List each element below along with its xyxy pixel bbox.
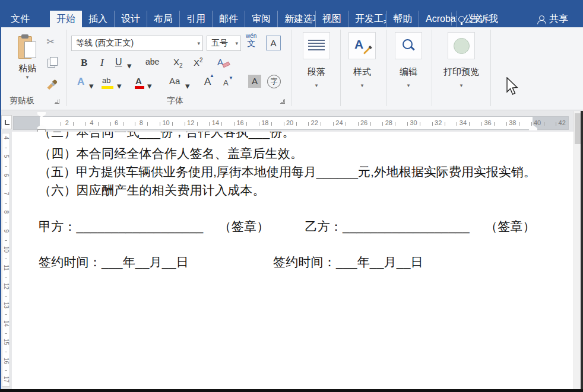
font-size-combo[interactable]: 五号 ▾ xyxy=(207,36,241,51)
print-preview-dropdown-arrow[interactable]: ▾ xyxy=(435,82,488,88)
tab-new-options[interactable]: 新建选项 xyxy=(277,11,315,27)
styles-icon-box[interactable]: A xyxy=(348,32,376,59)
h-ruler-tick xyxy=(544,122,544,126)
highlight-dropdown-arrow[interactable]: ▾ xyxy=(117,81,122,91)
copy-button[interactable] xyxy=(47,57,58,68)
vertical-scrollbar[interactable] xyxy=(574,111,581,389)
h-ruler-number: 10 xyxy=(160,119,172,126)
enclose-characters-button[interactable]: 字 xyxy=(267,75,281,88)
v-ruler-number: 16 xyxy=(3,355,9,366)
h-ruler-number: 30 xyxy=(408,119,420,126)
text-effects-dropdown-arrow[interactable]: ▾ xyxy=(89,81,94,91)
superscript-button[interactable]: X2 xyxy=(194,57,203,68)
h-ruler-tick xyxy=(481,122,482,126)
h-ruler-tick xyxy=(568,122,569,126)
font-name-value: 等线 (西文正文) xyxy=(76,38,134,49)
bold-button[interactable]: B xyxy=(81,57,87,69)
print-preview-group-button[interactable]: 打印预览▾ xyxy=(435,32,488,88)
font-size-dropdown-arrow[interactable]: ▾ xyxy=(235,40,238,46)
tab-design[interactable]: 设计 xyxy=(114,11,147,27)
cut-button[interactable]: ✂ xyxy=(46,36,55,48)
styles-label: 样式 xyxy=(343,66,382,78)
h-ruler-tick xyxy=(147,122,148,126)
subscript-button[interactable]: X2 xyxy=(173,57,183,69)
h-ruler-tick xyxy=(271,122,272,126)
editing-group-button[interactable]: 编辑▾ xyxy=(389,32,428,88)
h-ruler-number: 18 xyxy=(259,119,271,126)
h-ruler-tick xyxy=(346,122,346,126)
h-ruler-tick xyxy=(85,122,86,126)
tab-review[interactable]: 审阅 xyxy=(245,11,277,27)
character-border-button[interactable]: A xyxy=(266,36,281,50)
styles-group-button[interactable]: A样式▾ xyxy=(343,32,382,88)
h-ruler-tick xyxy=(556,122,556,126)
editing-dropdown-arrow[interactable]: ▾ xyxy=(389,82,428,88)
scrollbar-thumb[interactable] xyxy=(575,113,581,144)
font-color-button[interactable]: A xyxy=(135,76,142,86)
window-border-left xyxy=(0,27,1,389)
share-button[interactable]: 共享 xyxy=(537,11,568,27)
h-ruler-tick xyxy=(160,122,160,126)
tab-developer[interactable]: 开发工具 xyxy=(348,11,386,27)
tab-selector-button[interactable] xyxy=(1,115,12,129)
text-effects-button[interactable]: A xyxy=(77,76,84,88)
h-ruler-tick xyxy=(358,122,359,126)
styles-dropdown-arrow[interactable]: ▾ xyxy=(343,82,382,88)
h-ruler-tick xyxy=(296,122,297,126)
tab-insert[interactable]: 插入 xyxy=(82,11,114,27)
font-dialog-launcher[interactable] xyxy=(280,99,286,105)
date-row-left: 签约时间：___年__月__日 xyxy=(39,254,189,270)
h-ruler-tick xyxy=(221,122,222,126)
green-circle-icon xyxy=(454,38,470,54)
change-case-dropdown-arrow[interactable]: ▾ xyxy=(185,81,190,91)
tab-file[interactable]: 文件 xyxy=(2,11,38,27)
paragraph-icon-box[interactable] xyxy=(303,32,330,59)
clear-formatting-button[interactable]: A xyxy=(217,57,223,67)
h-ruler[interactable]: 24681012141618202224262830323436384042 xyxy=(13,116,569,130)
v-ruler-number: 12 xyxy=(3,281,9,292)
v-ruler-number: 7 xyxy=(3,187,9,199)
document-page[interactable]: （三）本合同一式___份，合作人各执___份。 （四）本合同经全体合作人签名、盖… xyxy=(12,132,574,389)
underline-dropdown-arrow[interactable]: ▾ xyxy=(127,60,132,71)
font-color-dropdown-arrow[interactable]: ▾ xyxy=(147,81,152,91)
paste-button[interactable]: 粘贴 ▾ xyxy=(13,34,42,96)
v-ruler: 4567891011121314151617 xyxy=(0,133,12,387)
clipboard-dialog-launcher[interactable] xyxy=(55,99,61,105)
phonetic-guide-button[interactable]: wén 文 xyxy=(246,33,256,47)
strikethrough-button[interactable]: abe xyxy=(145,57,159,66)
highlight-color-button[interactable]: ab xyxy=(102,76,110,85)
h-ruler-number: 36 xyxy=(482,119,494,126)
font-name-dropdown-arrow[interactable]: ▾ xyxy=(197,40,200,46)
h-ruler-number: 12 xyxy=(185,119,197,126)
h-ruler-tick xyxy=(209,122,210,126)
v-ruler-tick xyxy=(5,148,7,148)
shrink-font-button[interactable]: A▼ xyxy=(223,78,229,87)
paste-dropdown-arrow[interactable]: ▾ xyxy=(13,74,42,80)
tab-references[interactable]: 引用 xyxy=(179,11,212,27)
shrink-arrow-icon: ▼ xyxy=(229,75,233,81)
doc-line-6: （六）因应酬产生的相关费用计入成本。 xyxy=(39,182,265,199)
tab-home[interactable]: 开始 xyxy=(50,11,82,27)
italic-button[interactable]: I xyxy=(100,57,104,69)
v-ruler-number: 11 xyxy=(3,262,9,274)
tab-layout[interactable]: 布局 xyxy=(147,11,179,27)
print-preview-label: 打印预览 xyxy=(435,66,488,78)
character-shading-button[interactable]: A xyxy=(248,75,261,88)
tell-me-label: 告诉我 xyxy=(470,13,498,26)
tell-me-button[interactable]: 告诉我 xyxy=(458,11,498,27)
h-ruler-tick xyxy=(382,122,383,126)
format-painter-button[interactable] xyxy=(44,76,61,93)
paragraph-group-button[interactable]: 段落▾ xyxy=(297,32,336,88)
tab-help[interactable]: 帮助 xyxy=(386,11,419,27)
editing-icon-box[interactable] xyxy=(395,32,422,59)
h-ruler-number: 8 xyxy=(135,119,147,126)
tab-view[interactable]: 视图 xyxy=(315,11,348,27)
grow-font-button[interactable]: A▲ xyxy=(204,76,211,88)
paragraph-dropdown-arrow[interactable]: ▾ xyxy=(297,82,336,88)
v-ruler-tick xyxy=(5,259,7,259)
tab-mailings[interactable]: 邮件 xyxy=(212,11,245,27)
change-case-button[interactable]: Aa xyxy=(169,76,180,86)
print-preview-icon-box[interactable] xyxy=(448,32,475,59)
underline-button[interactable]: U xyxy=(115,57,122,68)
font-name-combo[interactable]: 等线 (西文正文) ▾ xyxy=(71,36,203,51)
